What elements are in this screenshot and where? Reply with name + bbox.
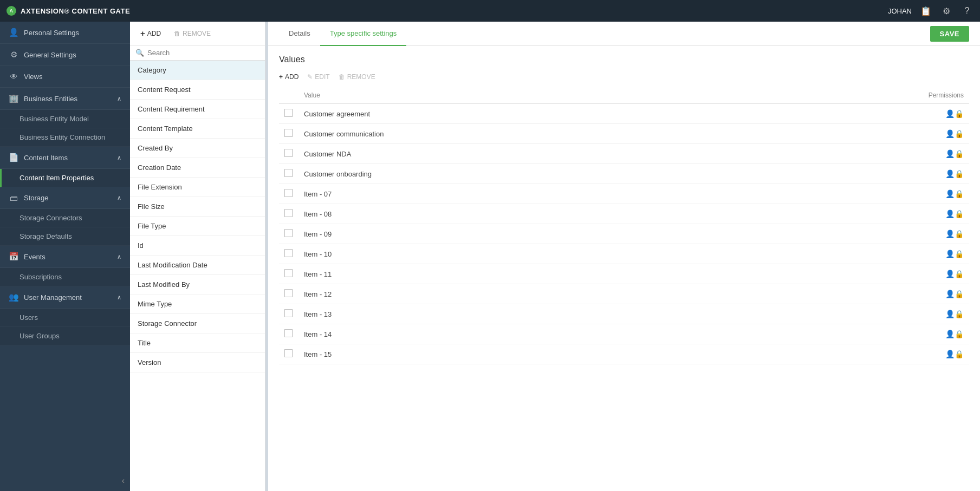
sidebar-item-content-item-properties[interactable]: Content Item Properties (0, 169, 130, 187)
document-icon[interactable]: 📋 (919, 4, 932, 17)
settings-icon: ⚙ (9, 50, 18, 60)
row-permissions[interactable]: 👤🔒 (923, 224, 969, 244)
sidebar-item-business-entity-model[interactable]: Business Entity Model (0, 110, 130, 128)
sidebar-item-content-items[interactable]: 📄 Content Items ∧ (0, 147, 130, 169)
list-item-category[interactable]: Category (130, 61, 265, 80)
values-edit-button[interactable]: ✎ EDIT (307, 72, 329, 82)
row-checkbox[interactable] (284, 229, 293, 237)
row-checkbox[interactable] (284, 189, 293, 197)
list-item-file-size[interactable]: File Size (130, 197, 265, 217)
row-permissions[interactable]: 👤🔒 (923, 344, 969, 364)
search-input[interactable] (147, 49, 259, 57)
list-item-content-template[interactable]: Content Template (130, 119, 265, 139)
values-toolbar: + ADD ✎ EDIT 🗑 REMOVE (279, 72, 969, 82)
row-value: Item - 15 (298, 344, 923, 364)
row-permissions[interactable]: 👤🔒 (923, 264, 969, 284)
row-permissions[interactable]: 👤🔒 (923, 244, 969, 264)
list-item-file-extension[interactable]: File Extension (130, 178, 265, 197)
sidebar-item-subscriptions[interactable]: Subscriptions (0, 268, 130, 286)
row-checkbox[interactable] (284, 149, 293, 157)
row-checkbox[interactable] (284, 249, 293, 257)
row-checkbox[interactable] (284, 109, 293, 117)
row-permissions[interactable]: 👤🔒 (923, 164, 969, 184)
row-permissions[interactable]: 👤🔒 (923, 204, 969, 224)
row-checkbox[interactable] (284, 309, 293, 317)
trash-icon: 🗑 (339, 73, 345, 81)
list-item-creation-date[interactable]: Creation Date (130, 158, 265, 178)
row-permissions[interactable]: 👤🔒 (923, 184, 969, 204)
permission-icon: 👤🔒 (945, 169, 964, 178)
gear-icon[interactable]: ⚙ (940, 4, 953, 17)
row-checkbox[interactable] (284, 209, 293, 217)
row-permissions[interactable]: 👤🔒 (923, 304, 969, 324)
sidebar-item-views[interactable]: 👁 Views (0, 66, 130, 88)
sidebar-item-user-management[interactable]: 👥 User Management ∧ (0, 286, 130, 309)
calendar-icon: 📅 (9, 252, 18, 261)
header-permissions: Permissions (923, 87, 969, 104)
sidebar-sub-user-management: Users User Groups (0, 309, 130, 345)
add-button[interactable]: + ADD (138, 27, 164, 40)
sidebar-item-user-groups[interactable]: User Groups (0, 327, 130, 345)
remove-button[interactable]: 🗑 REMOVE (171, 28, 213, 39)
edit-icon: ✎ (307, 73, 313, 81)
values-remove-button[interactable]: 🗑 REMOVE (339, 72, 375, 82)
sidebar-item-storage-defaults[interactable]: Storage Defaults (0, 227, 130, 246)
sidebar-sub-content-items: Content Item Properties (0, 169, 130, 187)
sidebar-item-users[interactable]: Users (0, 309, 130, 327)
sidebar-item-storage-connectors[interactable]: Storage Connectors (0, 209, 130, 227)
permission-icon: 👤🔒 (945, 109, 964, 118)
user-label: JOHAN (888, 7, 912, 15)
sidebar-label-content-items: Content Items (24, 154, 68, 162)
row-permissions[interactable]: 👤🔒 (923, 124, 969, 144)
list-item-storage-connector[interactable]: Storage Connector (130, 314, 265, 333)
search-icon: 🔍 (135, 49, 144, 57)
list-item-version[interactable]: Version (130, 353, 265, 372)
row-checkbox[interactable] (284, 169, 293, 177)
chevron-up-icon-2: ∧ (117, 154, 121, 161)
sidebar-item-events[interactable]: 📅 Events ∧ (0, 246, 130, 268)
collapse-sidebar-button[interactable]: ‹ (122, 476, 125, 486)
sidebar-item-personal-settings[interactable]: 👤 Personal Settings (0, 22, 130, 44)
sidebar-item-business-entities[interactable]: 🏢 Business Entities ∧ (0, 88, 130, 110)
topbar-right: JOHAN 📋 ⚙ ? (888, 4, 973, 17)
row-permissions[interactable]: 👤🔒 (923, 144, 969, 164)
row-checkbox[interactable] (284, 129, 293, 137)
values-section: Values + ADD ✎ EDIT 🗑 REMOVE (268, 46, 980, 491)
table-row: Customer agreement👤🔒 (279, 104, 969, 124)
list-item-content-request[interactable]: Content Request (130, 80, 265, 100)
list-item-mime-type[interactable]: Mime Type (130, 294, 265, 314)
row-permissions[interactable]: 👤🔒 (923, 324, 969, 344)
permission-icon: 👤🔒 (945, 210, 964, 218)
tab-details[interactable]: Details (279, 22, 320, 46)
list-item-content-requirement[interactable]: Content Requirement (130, 100, 265, 119)
help-icon[interactable]: ? (960, 4, 973, 17)
row-checkbox[interactable] (284, 349, 293, 357)
list-item-id[interactable]: Id (130, 236, 265, 256)
content-area: Details Type specific settings SAVE Valu… (268, 22, 980, 491)
list-item-title[interactable]: Title (130, 333, 265, 353)
eye-icon: 👁 (9, 72, 18, 81)
row-checkbox[interactable] (284, 289, 293, 297)
list-item-last-modified-by[interactable]: Last Modified By (130, 275, 265, 294)
list-item-last-modification-date[interactable]: Last Modification Date (130, 256, 265, 275)
sidebar-item-storage[interactable]: 🗃 Storage ∧ (0, 187, 130, 209)
row-checkbox[interactable] (284, 269, 293, 277)
middle-toolbar: + ADD 🗑 REMOVE (130, 22, 265, 45)
header-value: Value (298, 87, 923, 104)
row-permissions[interactable]: 👤🔒 (923, 104, 969, 124)
row-value: Item - 08 (298, 204, 923, 224)
permission-icon: 👤🔒 (945, 270, 964, 278)
save-button[interactable]: SAVE (930, 26, 969, 42)
row-checkbox[interactable] (284, 329, 293, 337)
table-row: Customer NDA👤🔒 (279, 144, 969, 164)
values-add-button[interactable]: + ADD (279, 72, 298, 82)
row-permissions[interactable]: 👤🔒 (923, 284, 969, 304)
table-row: Customer onboarding👤🔒 (279, 164, 969, 184)
tab-type-specific-settings[interactable]: Type specific settings (320, 22, 407, 46)
list-item-file-type[interactable]: File Type (130, 217, 265, 236)
chevron-up-icon-3: ∧ (117, 194, 121, 201)
list-item-created-by[interactable]: Created By (130, 139, 265, 158)
permission-icon: 👤🔒 (945, 250, 964, 258)
sidebar-item-business-entity-connection[interactable]: Business Entity Connection (0, 128, 130, 147)
sidebar-item-general-settings[interactable]: ⚙ General Settings (0, 44, 130, 66)
